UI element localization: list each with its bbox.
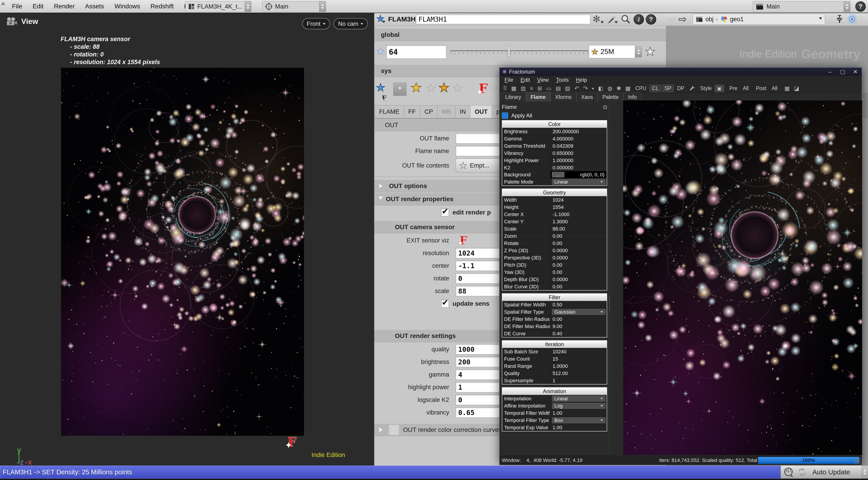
menu-item[interactable]: Assets xyxy=(80,3,109,10)
fractorium-render-view[interactable] xyxy=(623,100,862,455)
density-input[interactable]: 64 xyxy=(386,45,446,59)
row-value[interactable]: 1.0000 xyxy=(550,363,607,369)
double-precision-toggle[interactable]: DP xyxy=(675,85,686,92)
view-front-button[interactable]: Front xyxy=(302,18,330,29)
param-input[interactable]: 1000 xyxy=(456,344,507,354)
table-row[interactable]: DE Filter Min Radius 0.00 xyxy=(502,316,607,323)
param-help-icon[interactable]: ? xyxy=(646,14,656,25)
geometry-table-header[interactable]: Geometry xyxy=(502,189,607,197)
hex-icon[interactable]: ◍ xyxy=(606,85,614,92)
table-row[interactable]: Zoom 0.00 xyxy=(502,233,607,240)
menu-item[interactable]: Windows xyxy=(109,3,145,10)
stowbar[interactable] xyxy=(863,93,868,118)
param-tab[interactable]: IN xyxy=(455,105,470,118)
menu-item[interactable]: Tools xyxy=(553,77,572,83)
style-button[interactable]: Style xyxy=(698,85,714,92)
density-slider[interactable] xyxy=(450,45,588,58)
row-value[interactable]: 0.00 xyxy=(550,284,607,290)
row-value[interactable]: 0.0000 xyxy=(550,277,607,282)
row-value[interactable]: Log xyxy=(552,403,606,409)
maximize-button[interactable]: ▢ xyxy=(836,69,849,75)
pane-menu-spinner[interactable] xyxy=(844,1,850,12)
row-value[interactable]: 0.00 xyxy=(550,240,607,246)
row-value[interactable]: 0.00 xyxy=(550,269,607,275)
animation-table-header[interactable]: Animation xyxy=(502,388,607,395)
update-sensor-checkbox[interactable] xyxy=(441,300,449,308)
flag-icon[interactable]: ◪ xyxy=(792,85,801,92)
row-value[interactable]: 0.000000 xyxy=(550,165,607,171)
paste-icon[interactable]: ▧ xyxy=(563,85,572,92)
density-preset-box[interactable]: ★ 25M xyxy=(589,45,635,58)
table-row[interactable]: Rand Range 1.0000 xyxy=(502,363,607,370)
scene-viewport[interactable]: View Front No cam FLAM3H camera sensor -… xyxy=(0,13,375,466)
fractorium-tab[interactable]: Xforms xyxy=(550,93,577,102)
param-input[interactable]: 0 xyxy=(456,273,507,283)
sys-fractorium-logo[interactable]: F xyxy=(478,81,488,96)
row-value[interactable]: 0.042309 xyxy=(550,143,607,149)
table-row[interactable]: Z Pos (3D) 0.0000 xyxy=(502,247,607,254)
row-value[interactable]: 200.000000 xyxy=(550,129,607,135)
table-icon[interactable]: ▦ xyxy=(624,85,632,92)
color-table-header[interactable]: Color xyxy=(502,121,607,128)
row-value[interactable]: 10240 xyxy=(550,349,607,355)
param-tab[interactable]: OUT xyxy=(470,105,492,118)
chevron-down-icon[interactable] xyxy=(615,21,618,25)
param-tab[interactable]: MB xyxy=(437,105,456,118)
table-row[interactable]: Blur Curve (3D) 0.00 xyxy=(502,283,607,290)
param-input[interactable]: 1024 xyxy=(456,248,507,258)
row-value[interactable]: 0.00 xyxy=(550,262,607,268)
density-action-star-icon[interactable]: ★ xyxy=(645,45,655,57)
row-value[interactable]: 1554 xyxy=(550,204,607,210)
window-corner-widget[interactable] xyxy=(1,2,5,5)
forward-arrow-icon[interactable]: ⇨ xyxy=(678,14,687,24)
shelf-spinner[interactable] xyxy=(319,1,326,12)
gear-icon[interactable]: ✱ xyxy=(615,85,623,92)
table-row[interactable]: Depth Blur (3D) 0.0000 xyxy=(502,276,607,283)
table-row[interactable]: Spatial Filter Type Gaussian xyxy=(502,308,607,316)
redo-icon[interactable]: ↷ xyxy=(582,85,590,92)
small-icon[interactable]: ▪ xyxy=(590,85,596,92)
wrench-icon[interactable] xyxy=(689,85,695,92)
palette-mode-dropdown[interactable]: Linear xyxy=(552,179,606,185)
fractorium-tab[interactable]: Library xyxy=(500,93,526,102)
fractorium-tab[interactable]: Flame xyxy=(526,92,550,102)
table-row[interactable]: Affine Interpolation Log xyxy=(502,402,607,410)
iteration-table-header[interactable]: Iteration xyxy=(502,341,607,348)
table-row[interactable]: Width 1024 xyxy=(502,197,607,204)
param-input[interactable]: -1.1 xyxy=(456,261,507,271)
image-preview-button[interactable]: ▣ xyxy=(715,85,724,92)
help-button[interactable]: ? xyxy=(855,1,866,12)
list-icon[interactable]: ≡ xyxy=(528,85,535,92)
table-row[interactable]: DE Curve 0.40 xyxy=(502,330,607,337)
param-input[interactable]: 200 xyxy=(456,357,507,367)
density-star-icon[interactable]: ★ xyxy=(376,46,384,56)
magnifier-icon[interactable] xyxy=(620,14,631,24)
table-row[interactable]: Center X -1.1000 xyxy=(502,211,607,218)
minimize-button[interactable]: – xyxy=(824,69,836,75)
radar-icon[interactable] xyxy=(847,14,857,24)
pin-icon[interactable] xyxy=(835,14,844,24)
new-flock-icon[interactable]: ▩ xyxy=(509,85,518,92)
table-row[interactable]: Fuse Count 15 xyxy=(502,355,607,363)
breadcrumb-geo[interactable]: geo1 xyxy=(730,16,744,23)
table-row[interactable]: Vibrancy 0.650000 xyxy=(502,150,607,157)
screen-icon[interactable]: ▭ xyxy=(545,85,553,92)
desktop-selector[interactable]: FLAM3H_4K_t... xyxy=(185,1,249,12)
post-all-toggle[interactable]: All xyxy=(770,85,780,92)
fractorium-tab[interactable]: Palette xyxy=(598,93,623,102)
copy-icon[interactable]: ▤ xyxy=(554,85,563,92)
param-input[interactable]: 0.65 xyxy=(456,407,507,418)
auto-update-selector[interactable]: Auto Update xyxy=(812,468,850,476)
close-button[interactable]: ✕ xyxy=(849,69,862,75)
single-precision-toggle[interactable]: SP xyxy=(662,85,674,92)
row-value[interactable]: 0.00 xyxy=(550,316,607,322)
detach-icon[interactable]: ⧉ xyxy=(603,104,607,111)
menu-item[interactable]: Edit xyxy=(27,3,49,10)
opencl-toggle[interactable]: CL xyxy=(649,85,661,92)
row-value[interactable]: 1024 xyxy=(550,197,607,203)
row-value[interactable]: 1.00 xyxy=(550,425,607,431)
palette-mode-row[interactable]: Palette Mode Linear xyxy=(502,178,607,185)
post-affine-toggle[interactable]: Post xyxy=(754,85,769,92)
table-row[interactable]: DE Filter Max Radius 9.00 xyxy=(502,323,607,330)
menu-item[interactable]: View xyxy=(534,77,552,83)
